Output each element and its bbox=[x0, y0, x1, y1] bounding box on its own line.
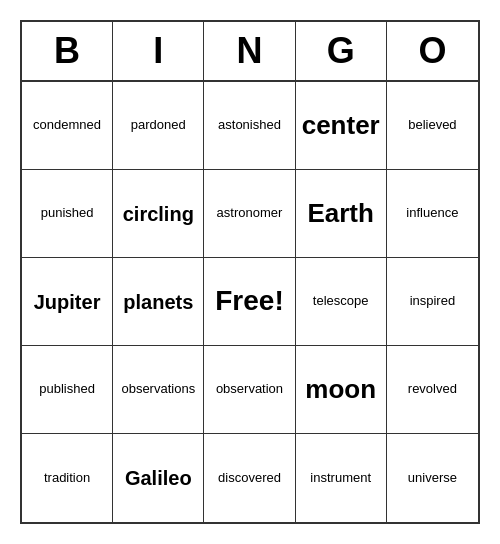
bingo-cell: Free! bbox=[204, 258, 295, 346]
bingo-card: BINGO condemnedpardonedastonishedcenterb… bbox=[20, 20, 480, 524]
bingo-cell: moon bbox=[296, 346, 387, 434]
header-letter: O bbox=[387, 22, 478, 80]
bingo-cell: punished bbox=[22, 170, 113, 258]
cell-text: punished bbox=[41, 205, 94, 222]
bingo-cell: telescope bbox=[296, 258, 387, 346]
cell-text: circling bbox=[123, 201, 194, 227]
header-letter: G bbox=[296, 22, 387, 80]
bingo-cell: observations bbox=[113, 346, 204, 434]
bingo-header: BINGO bbox=[22, 22, 478, 82]
bingo-cell: universe bbox=[387, 434, 478, 522]
cell-text: revolved bbox=[408, 381, 457, 398]
cell-text: telescope bbox=[313, 293, 369, 310]
cell-text: condemned bbox=[33, 117, 101, 134]
bingo-cell: astonished bbox=[204, 82, 295, 170]
cell-text: pardoned bbox=[131, 117, 186, 134]
cell-text: inspired bbox=[410, 293, 456, 310]
cell-text: influence bbox=[406, 205, 458, 222]
bingo-cell: revolved bbox=[387, 346, 478, 434]
bingo-cell: influence bbox=[387, 170, 478, 258]
bingo-cell: pardoned bbox=[113, 82, 204, 170]
cell-text: published bbox=[39, 381, 95, 398]
bingo-cell: Jupiter bbox=[22, 258, 113, 346]
bingo-cell: published bbox=[22, 346, 113, 434]
header-letter: B bbox=[22, 22, 113, 80]
header-letter: N bbox=[204, 22, 295, 80]
cell-text: astronomer bbox=[217, 205, 283, 222]
bingo-cell: circling bbox=[113, 170, 204, 258]
bingo-cell: tradition bbox=[22, 434, 113, 522]
cell-text: believed bbox=[408, 117, 456, 134]
bingo-cell: center bbox=[296, 82, 387, 170]
bingo-grid: condemnedpardonedastonishedcenterbelieve… bbox=[22, 82, 478, 522]
cell-text: moon bbox=[305, 373, 376, 407]
bingo-cell: observation bbox=[204, 346, 295, 434]
cell-text: Earth bbox=[307, 197, 373, 231]
cell-text: tradition bbox=[44, 470, 90, 487]
cell-text: universe bbox=[408, 470, 457, 487]
bingo-cell: discovered bbox=[204, 434, 295, 522]
header-letter: I bbox=[113, 22, 204, 80]
cell-text: center bbox=[302, 109, 380, 143]
bingo-cell: inspired bbox=[387, 258, 478, 346]
cell-text: observations bbox=[121, 381, 195, 398]
bingo-cell: instrument bbox=[296, 434, 387, 522]
cell-text: instrument bbox=[310, 470, 371, 487]
cell-text: Galileo bbox=[125, 465, 192, 491]
bingo-cell: Galileo bbox=[113, 434, 204, 522]
cell-text: observation bbox=[216, 381, 283, 398]
bingo-cell: Earth bbox=[296, 170, 387, 258]
bingo-cell: condemned bbox=[22, 82, 113, 170]
cell-text: planets bbox=[123, 289, 193, 315]
cell-text: Free! bbox=[215, 283, 283, 319]
cell-text: discovered bbox=[218, 470, 281, 487]
cell-text: astonished bbox=[218, 117, 281, 134]
bingo-cell: believed bbox=[387, 82, 478, 170]
bingo-cell: astronomer bbox=[204, 170, 295, 258]
cell-text: Jupiter bbox=[34, 289, 101, 315]
bingo-cell: planets bbox=[113, 258, 204, 346]
